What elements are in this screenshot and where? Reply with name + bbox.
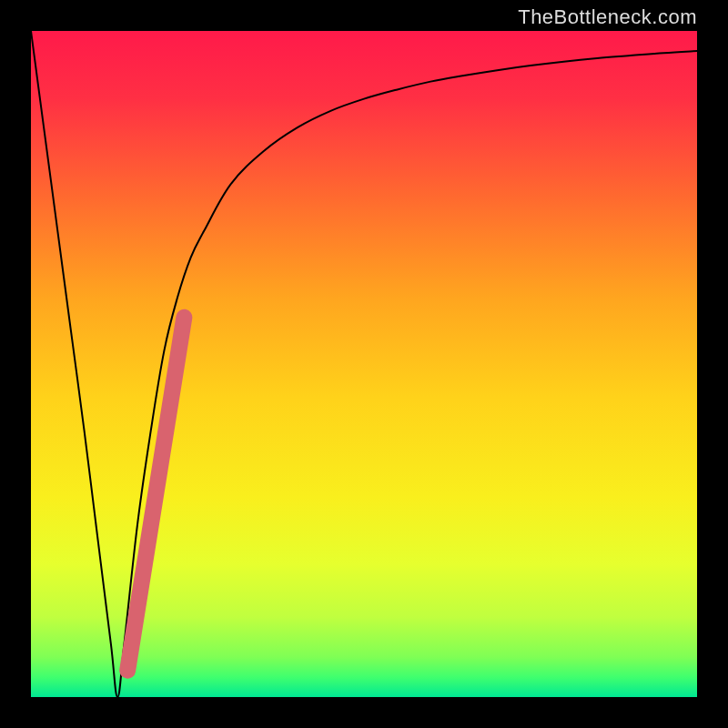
bottleneck-curve: [31, 31, 697, 697]
watermark: TheBottleneck.com: [518, 5, 697, 29]
frame-left: [0, 0, 31, 728]
frame-bottom: [0, 697, 728, 728]
highlight-segment: [127, 318, 184, 671]
curve-layer: [31, 31, 697, 697]
frame-right: [697, 0, 728, 728]
plot-area: [31, 31, 697, 697]
